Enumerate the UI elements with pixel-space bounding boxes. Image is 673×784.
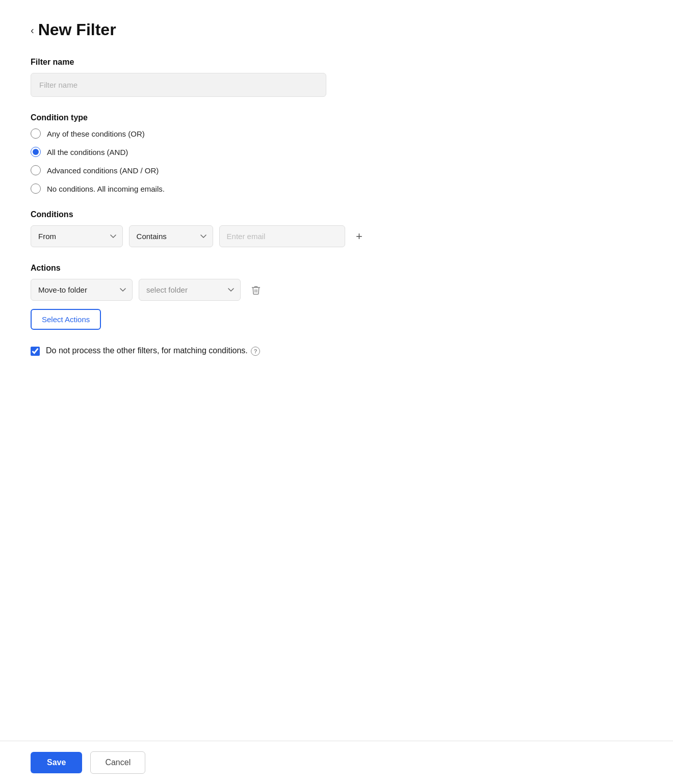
radio-advanced[interactable] — [31, 165, 41, 175]
add-condition-button[interactable]: + — [351, 227, 367, 246]
delete-action-button[interactable] — [247, 281, 265, 299]
no-process-checkbox[interactable] — [31, 347, 40, 356]
radio-item-or[interactable]: Any of these conditions (OR) — [31, 128, 367, 139]
conditions-section: Conditions From To Subject Body Contains… — [31, 210, 367, 247]
condition-type-section: Condition type Any of these conditions (… — [31, 113, 367, 194]
condition-type-label: Condition type — [31, 113, 367, 122]
actions-section: Actions Move-to folder Mark as read Dele… — [31, 264, 367, 330]
radio-or-label: Any of these conditions (OR) — [47, 129, 145, 138]
action-type-select[interactable]: Move-to folder Mark as read Delete Forwa… — [31, 279, 133, 301]
from-select[interactable]: From To Subject Body — [31, 225, 123, 247]
radio-and-label: All the conditions (AND) — [47, 148, 128, 156]
radio-and[interactable] — [31, 147, 41, 157]
page-title: New Filter — [38, 20, 116, 39]
no-process-row: Do not process the other filters, for ma… — [31, 346, 367, 356]
radio-none-label: No conditions. All incoming emails. — [47, 185, 165, 193]
back-navigation[interactable]: ‹ New Filter — [31, 20, 367, 39]
condition-type-radio-group: Any of these conditions (OR) All the con… — [31, 128, 367, 194]
no-process-label: Do not process the other filters, for ma… — [46, 346, 260, 356]
plus-icon: + — [356, 230, 363, 243]
trash-icon — [251, 285, 261, 295]
filter-name-label: Filter name — [31, 58, 367, 67]
radio-item-advanced[interactable]: Advanced conditions (AND / OR) — [31, 165, 367, 175]
back-chevron-icon: ‹ — [31, 25, 34, 35]
footer-bar: Save Cancel — [0, 741, 673, 784]
radio-none[interactable] — [31, 184, 41, 194]
email-input[interactable] — [219, 225, 345, 247]
save-button[interactable]: Save — [31, 752, 82, 773]
help-icon[interactable]: ? — [251, 347, 260, 356]
radio-advanced-label: Advanced conditions (AND / OR) — [47, 166, 159, 175]
actions-row: Move-to folder Mark as read Delete Forwa… — [31, 279, 367, 301]
select-actions-button[interactable]: Select Actions — [31, 309, 101, 330]
filter-name-input[interactable] — [31, 73, 326, 97]
contains-select[interactable]: Contains Does not contain Starts with En… — [129, 225, 213, 247]
radio-item-and[interactable]: All the conditions (AND) — [31, 147, 367, 157]
conditions-label: Conditions — [31, 210, 367, 219]
actions-label: Actions — [31, 264, 367, 273]
cancel-button[interactable]: Cancel — [90, 751, 145, 774]
radio-or[interactable] — [31, 128, 41, 139]
folder-select[interactable]: select folder Inbox Trash Spam Archive — [139, 279, 241, 301]
conditions-row: From To Subject Body Contains Does not c… — [31, 225, 367, 247]
radio-item-none[interactable]: No conditions. All incoming emails. — [31, 184, 367, 194]
filter-name-section: Filter name — [31, 58, 367, 97]
